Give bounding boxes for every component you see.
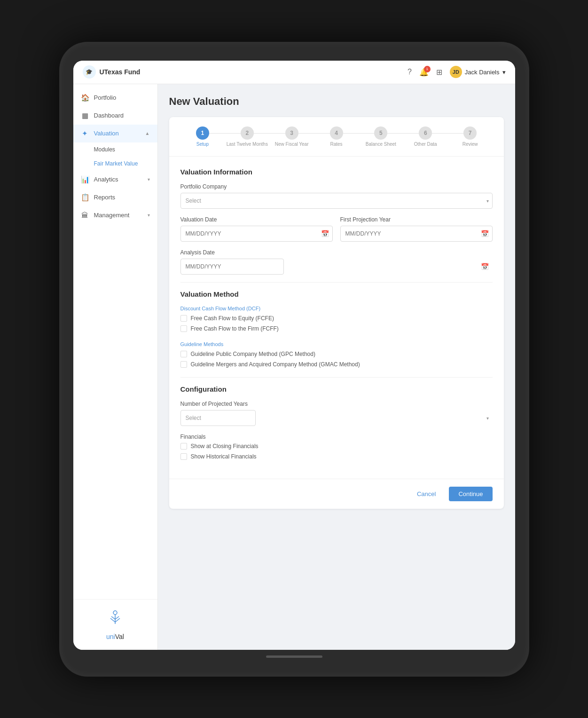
closing-financials-item: Show at Closing Financials — [180, 443, 493, 450]
step-6: 6 Other Data — [403, 126, 448, 147]
svg-line-4 — [111, 616, 115, 619]
guideline-section: Guideline Methods Guideline Public Compa… — [180, 341, 493, 368]
step-label-6: Other Data — [414, 142, 437, 147]
sidebar-item-analytics[interactable]: 📊 Analytics ▾ — [73, 171, 157, 189]
portfolio-company-select[interactable]: Select — [180, 193, 493, 209]
projected-years-group: Number of Projected Years Select 1 2 3 4… — [180, 401, 493, 426]
sidebar-item-label: Management — [94, 212, 130, 219]
analysis-date-group: Analysis Date 📅 — [180, 249, 493, 275]
portfolio-company-group: Portfolio Company Select ▾ — [180, 183, 493, 209]
projected-years-select-wrapper: Select 1 2 3 4 5 ▾ — [180, 410, 493, 426]
gpc-checkbox-item: Guideline Public Company Method (GPC Met… — [180, 351, 493, 357]
sidebar-item-modules[interactable]: Modules — [73, 142, 157, 157]
form-footer: Cancel Continue — [169, 479, 504, 509]
closing-financials-checkbox[interactable] — [180, 443, 187, 450]
step-label-7: Review — [463, 142, 478, 147]
projected-years-label: Number of Projected Years — [180, 401, 493, 407]
step-circle-1[interactable]: 1 — [196, 126, 209, 140]
sidebar-item-portfolio[interactable]: 🏠 Portfolio — [73, 89, 157, 107]
chevron-down-icon: ▾ — [502, 69, 506, 76]
sidebar-nav: 🏠 Portfolio ▦ Dashboard ✦ Valuation ▲ — [73, 84, 157, 599]
step-3: 3 New Fiscal Year — [269, 126, 314, 147]
section-divider-2 — [180, 377, 493, 378]
sidebar-item-reports[interactable]: 📋 Reports — [73, 189, 157, 206]
notif-count: 1 — [424, 66, 431, 72]
user-menu[interactable]: JD Jack Daniels ▾ — [450, 66, 506, 78]
step-circle-6[interactable]: 6 — [419, 126, 432, 140]
sidebar-item-label: Analytics — [94, 176, 118, 183]
fcfe-checkbox-item: Free Cash Flow to Equity (FCFE) — [180, 315, 493, 322]
gpc-checkbox[interactable] — [180, 351, 187, 357]
analysis-date-input-wrapper: 📅 — [180, 259, 493, 275]
svg-line-5 — [115, 616, 119, 619]
closing-financials-label: Show at Closing Financials — [191, 443, 259, 450]
grid-icon[interactable]: ⊞ — [436, 68, 442, 77]
continue-button[interactable]: Continue — [449, 487, 492, 501]
step-label-2: Last Twelve Months — [227, 142, 268, 147]
management-icon: 🏛 — [81, 211, 89, 219]
gmac-checkbox[interactable] — [180, 361, 187, 368]
logo-icon: 🎓 — [83, 65, 96, 79]
valuation-date-input-wrapper: 📅 — [180, 226, 333, 242]
fcfe-checkbox[interactable] — [180, 315, 187, 322]
projected-years-select[interactable]: Select 1 2 3 4 5 — [180, 410, 256, 426]
analysis-date-input[interactable] — [180, 259, 284, 275]
reports-icon: 📋 — [81, 193, 89, 202]
form-body: Valuation Information Portfolio Company … — [169, 157, 504, 479]
valuation-submenu: Modules Fair Market Value — [73, 142, 157, 171]
step-circle-3[interactable]: 3 — [285, 126, 298, 140]
home-bar — [266, 655, 322, 658]
sidebar-item-fair-market[interactable]: Fair Market Value — [73, 157, 157, 171]
first-projection-input-wrapper: 📅 — [340, 226, 493, 242]
sidebar-item-label: Portfolio — [94, 94, 117, 101]
dcf-section: Discount Cash Flow Method (DCF) Free Cas… — [180, 306, 493, 332]
step-label-5: Balance Sheet — [366, 142, 396, 147]
sidebar-item-label: Reports — [94, 194, 116, 201]
unival-text: uniVal — [106, 633, 124, 640]
sidebar-item-dashboard[interactable]: ▦ Dashboard — [73, 107, 157, 125]
first-projection-label: First Projection Year — [340, 216, 493, 223]
wizard-card: 1 Setup 2 Last Twelve Months 3 New Fisca… — [169, 117, 504, 509]
home-icon: 🏠 — [81, 94, 89, 102]
gpc-label: Guideline Public Company Method (GPC Met… — [191, 351, 315, 357]
sidebar-item-valuation[interactable]: ✦ Valuation ▲ — [73, 125, 157, 142]
financials-group: Financials Show at Closing Financials Sh… — [180, 434, 493, 460]
cancel-button[interactable]: Cancel — [409, 487, 443, 501]
main-layout: 🏠 Portfolio ▦ Dashboard ✦ Valuation ▲ — [73, 84, 515, 650]
calendar-icon: 📅 — [321, 230, 329, 237]
step-circle-7[interactable]: 7 — [463, 126, 477, 140]
historical-financials-checkbox[interactable] — [180, 453, 187, 460]
user-name: Jack Daniels — [465, 69, 500, 76]
app-name: UTexas Fund — [100, 68, 141, 76]
svg-point-0 — [113, 611, 117, 615]
fcff-checkbox-item: Free Cash Flow to the Firm (FCFF) — [180, 325, 493, 332]
step-circle-4[interactable]: 4 — [330, 126, 343, 140]
step-7: 7 Review — [448, 126, 493, 147]
calendar-icon: 📅 — [481, 230, 489, 237]
sidebar: 🏠 Portfolio ▦ Dashboard ✦ Valuation ▲ — [73, 84, 158, 650]
select-arrow-icon: ▾ — [486, 415, 489, 420]
sidebar-item-management[interactable]: 🏛 Management ▾ — [73, 206, 157, 224]
main-content: New Valuation 1 Setup 2 Last Twelve Mont… — [158, 84, 515, 650]
valuation-date-input[interactable] — [180, 226, 333, 242]
first-projection-input[interactable] — [340, 226, 493, 242]
fmv-label: Fair Market Value — [94, 160, 138, 167]
analytics-icon: 📊 — [81, 175, 89, 184]
help-icon[interactable]: ? — [408, 68, 412, 76]
method-title: Valuation Method — [180, 290, 493, 298]
app-logo: 🎓 UTexas Fund — [83, 65, 141, 79]
top-bar-actions: ? 🔔 1 ⊞ JD Jack Daniels ▾ — [408, 66, 506, 78]
gmac-checkbox-item: Guideline Mergers and Acquired Company M… — [180, 361, 493, 368]
top-bar: 🎓 UTexas Fund ? 🔔 1 ⊞ JD Jack Daniels ▾ — [73, 61, 515, 84]
sidebar-item-label: Valuation — [94, 130, 119, 137]
step-label-3: New Fiscal Year — [275, 142, 309, 147]
avatar: JD — [450, 66, 462, 78]
fcff-checkbox[interactable] — [180, 325, 187, 332]
step-1: 1 Setup — [180, 126, 225, 147]
step-circle-2[interactable]: 2 — [241, 126, 254, 140]
step-label-1: Setup — [196, 142, 209, 147]
valuation-icon: ✦ — [81, 129, 89, 138]
section-divider-1 — [180, 282, 493, 283]
step-circle-5[interactable]: 5 — [374, 126, 387, 140]
notification-icon[interactable]: 🔔 1 — [419, 68, 429, 77]
